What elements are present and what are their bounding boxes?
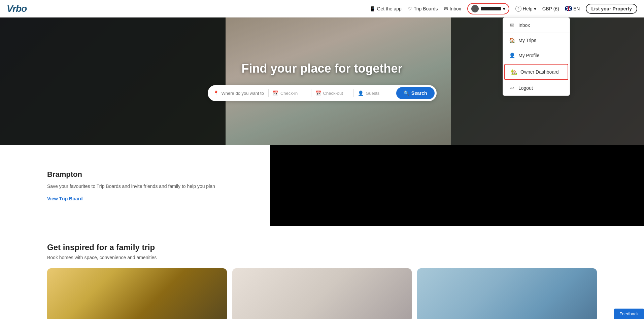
checkin-field[interactable]: 📅 Check-in [269,89,311,97]
checkout-field[interactable]: 📅 Check-out [311,89,354,97]
language-button[interactable]: EN [565,6,580,11]
dropdown-owner-icon: 🏡 [511,69,517,75]
chevron-down-icon: ▾ [503,6,505,11]
guests-icon: 👤 [358,90,364,96]
dropdown-profile-icon: 👤 [509,52,515,58]
search-button-label: Search [411,90,427,96]
trip-board-description: Save your favourites to Trip Boards and … [47,183,253,190]
dropdown-logout-label: Logout [518,85,533,91]
language-label: EN [573,6,580,11]
checkin-label: Check-in [280,91,298,96]
dropdown-inbox-label: Inbox [518,23,530,28]
dropdown-item-my-profile[interactable]: 👤 My Profile [503,48,570,63]
feedback-button[interactable]: Feedback [614,309,644,319]
inspire-card-2[interactable] [232,268,412,319]
hero-title: Find your place for together [241,62,402,76]
get-app-label: Get the app [377,6,402,11]
trip-boards-link[interactable]: ♡ Trip Boards [408,6,438,11]
inspire-title: Get inspired for a family trip [47,243,597,252]
site-header: Vrbo 📱 Get the app ♡ Trip Boards ✉ Inbox… [0,0,644,17]
trip-board-title: Brampton [47,170,253,179]
dropdown-inbox-icon: ✉ [509,22,515,28]
dropdown-item-inbox[interactable]: ✉ Inbox [503,18,570,33]
trip-boards-label: Trip Boards [414,6,438,11]
dropdown-trips-icon: 🏠 [509,37,515,43]
inspire-card-3[interactable] [417,268,597,319]
checkout-label: Check-out [323,91,343,96]
inspire-cards-container [47,268,597,319]
user-name-masked [481,7,501,10]
search-button[interactable]: 🔍 Search [396,87,435,99]
user-dropdown-menu: ✉ Inbox 🏠 My Trips 👤 My Profile 🏡 Owner … [503,17,570,96]
logo[interactable]: Vrbo [7,3,27,14]
help-icon: ? [515,6,521,12]
dropdown-owner-dashboard-label: Owner Dashboard [520,69,559,75]
guests-field[interactable]: 👤 Guests [354,89,396,97]
inbox-link[interactable]: ✉ Inbox [444,6,461,11]
phone-icon: 📱 [370,6,375,11]
help-chevron-icon: ▾ [534,6,536,11]
dropdown-item-logout[interactable]: ↩ Logout [503,81,570,95]
destination-input[interactable] [222,91,264,96]
dropdown-item-owner-dashboard[interactable]: 🏡 Owner Dashboard [504,64,568,80]
destination-field: 📍 [213,89,269,97]
get-app-link[interactable]: 📱 Get the app [370,6,402,11]
trip-board-section: Brampton Save your favourites to Trip Bo… [0,145,644,226]
help-label: Help [523,6,533,11]
location-icon: 📍 [213,90,219,96]
inspire-description: Book homes with space, convenience and a… [47,255,597,260]
header-nav: 📱 Get the app ♡ Trip Boards ✉ Inbox ▾ ? … [370,3,637,14]
search-magnifier-icon: 🔍 [404,90,409,96]
trip-board-image [270,145,644,226]
heart-icon: ♡ [408,6,412,11]
inbox-label: Inbox [450,6,461,11]
list-property-button[interactable]: List your Property [586,4,637,14]
help-button[interactable]: ? Help ▾ [515,6,536,12]
avatar [471,5,479,12]
checkout-calendar-icon: 📅 [315,90,321,96]
dropdown-logout-icon: ↩ [509,85,515,91]
dropdown-my-trips-label: My Trips [518,38,536,43]
inspire-card-1[interactable] [47,268,227,319]
trip-board-text: Brampton Save your favourites to Trip Bo… [0,145,270,226]
guests-label: Guests [366,91,379,96]
dropdown-my-profile-label: My Profile [518,53,539,58]
user-menu-button[interactable]: ▾ [467,3,509,14]
view-trip-board-link[interactable]: View Trip Board [47,196,253,201]
mail-icon: ✉ [444,6,448,11]
checkin-calendar-icon: 📅 [273,90,278,96]
currency-button[interactable]: GBP (£) [542,6,559,11]
inspire-section: Get inspired for a family trip Book home… [0,226,644,319]
search-bar: 📍 📅 Check-in 📅 Check-out 👤 Guests 🔍 Sear… [208,85,437,101]
dropdown-item-my-trips[interactable]: 🏠 My Trips [503,33,570,48]
uk-flag-icon [565,6,572,11]
